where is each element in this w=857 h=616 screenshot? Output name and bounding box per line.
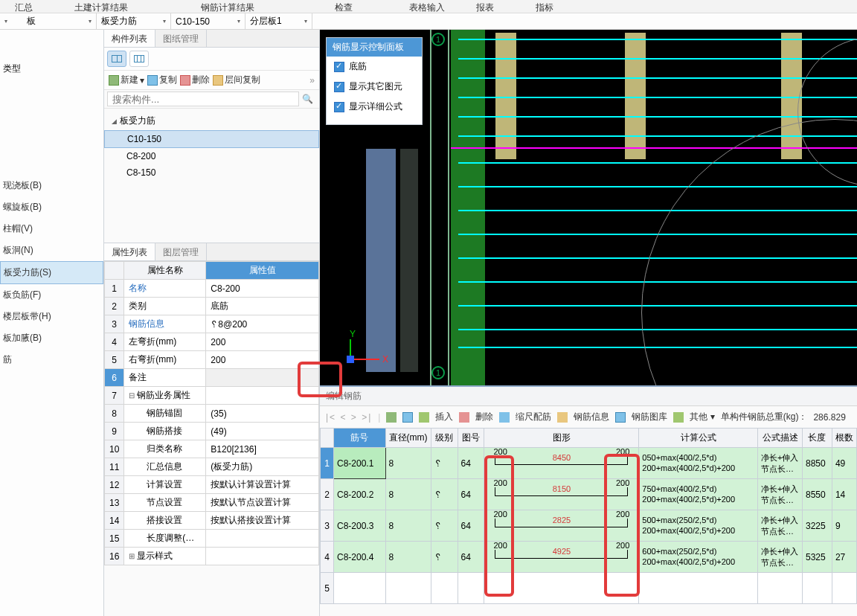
prop-row-12[interactable]: 12计算设置按默认计算设置计算 [105, 476, 319, 494]
left-nav-header: 类型 [0, 60, 103, 78]
prop-row-13[interactable]: 13节点设置按默认节点设置计算 [105, 494, 319, 512]
rebar-panel-title: 钢筋显示控制面板 [327, 38, 422, 57]
middle-column: 构件列表 图纸管理 新建 ▾ 复制 删除 层间复制 » 🔍 板受力筋 C10-1… [104, 30, 320, 616]
weight-label: 单构件钢筋总重(kg)： [721, 411, 808, 423]
edit-rebar-panel: 编辑钢筋 |< < > >| | 插入 删除 缩尺配筋 钢筋信息 钢筋图库 其他… [320, 385, 857, 616]
checkbox-icon [334, 82, 344, 92]
scale-button[interactable]: 缩尺配筋 [516, 411, 551, 423]
grid-row-4[interactable]: 4C8-200.48␦642004925200600+max(250/2,5*d… [321, 542, 857, 573]
grid-row-1[interactable]: 1C8-200.18␦642008450200050+max(400/2,5*d… [321, 448, 857, 479]
opt-show-other[interactable]: 显示其它图元 [327, 77, 422, 97]
tree-child-2[interactable]: C8-150 [104, 164, 319, 181]
floor-copy-button[interactable]: 层间复制 [213, 74, 260, 86]
prop-row-14[interactable]: 14搭接设置按默认搭接设置计算 [105, 512, 319, 530]
left-item-5[interactable]: 板负筋(F) [0, 284, 103, 306]
tab-layer-manage[interactable]: 图层管理 [155, 243, 207, 260]
view-mode-row [104, 48, 319, 71]
dd-slab[interactable]: 板▾ [22, 13, 97, 29]
prop-row-3[interactable]: 3钢筋信息␦8@200 [105, 315, 319, 333]
prop-row-5[interactable]: 5右弯折(mm)200 [105, 351, 319, 369]
tab-civil[interactable]: 土建计算结果 [60, 0, 186, 13]
grid-row-empty[interactable]: 5 [321, 573, 857, 604]
prop-row-1[interactable]: 1名称C8-200 [105, 280, 319, 298]
lib-icon [615, 412, 626, 423]
delete-button[interactable]: 删除 [180, 74, 210, 86]
tab-check[interactable]: 检查 [320, 0, 394, 13]
icon-b[interactable] [402, 412, 413, 423]
property-table[interactable]: 属性名称 属性值 1名称C8-2002类别底筋3钢筋信息␦8@2004左弯折(m… [104, 261, 319, 565]
new-button[interactable]: 新建 ▾ [109, 74, 144, 86]
grid-marker-top: 1 [431, 33, 445, 46]
prop-row-10[interactable]: 10归类名称B120[2136] [105, 440, 319, 458]
other-icon [673, 412, 684, 423]
tab-report[interactable]: 报表 [461, 0, 521, 13]
icon-a[interactable] [386, 412, 397, 423]
dd-spec[interactable]: C10-150▾ [171, 13, 245, 29]
opt-bottom-rebar[interactable]: 底筋 [327, 57, 422, 77]
dd-rebar-type[interactable]: 板受力筋▾ [97, 13, 171, 29]
component-toolbar: 新建 ▾ 复制 删除 层间复制 » [104, 71, 319, 90]
left-item-1[interactable]: 螺旋板(B) [0, 196, 103, 218]
left-item-3[interactable]: 板洞(N) [0, 240, 103, 261]
left-item-8[interactable]: 筋 [0, 349, 103, 370]
weight-value: 286.829 [813, 412, 845, 423]
rebar-display-panel[interactable]: 钢筋显示控制面板 底筋 显示其它图元 显示详细公式 [326, 37, 423, 125]
tree-child-0[interactable]: C10-150 [104, 130, 319, 148]
left-item-2[interactable]: 柱帽(V) [0, 218, 103, 240]
tab-rebar-result[interactable]: 钢筋计算结果 [186, 0, 320, 13]
prop-row-11[interactable]: 11汇总信息(板受力筋) [105, 458, 319, 476]
other-button[interactable]: 其他 ▾ [690, 411, 714, 423]
tab-table[interactable]: 表格输入 [394, 0, 461, 13]
search-input[interactable] [107, 92, 299, 106]
tab-index[interactable]: 指标 [521, 0, 573, 13]
left-nav: 类型 现浇板(B)螺旋板(B)柱帽(V)板洞(N)板受力筋(S)板负筋(F)楼层… [0, 30, 104, 616]
prop-row-9[interactable]: 9钢筋搭接(49) [105, 423, 319, 440]
rebar-grid[interactable]: 筋号 直径(mm) 级别 图号 图形 计算公式 公式描述 长度 根数 1C8-2… [320, 428, 857, 604]
search-row: 🔍 [104, 90, 319, 109]
component-tabs: 构件列表 图纸管理 [104, 30, 319, 48]
insert-icon [419, 412, 429, 423]
left-item-6[interactable]: 楼层板带(H) [0, 306, 103, 327]
floor-copy-icon [213, 75, 223, 86]
left-item-0[interactable]: 现浇板(B) [0, 175, 103, 196]
prop-row-2[interactable]: 2类别底筋 [105, 298, 319, 315]
right-column: Y X 1 1 钢筋显示控制面板 底筋 显示其它图元 显示详细公式 编辑钢筋 [320, 30, 857, 616]
property-panel: 属性列表 图层管理 属性名称 属性值 1名称C8-2002类别底筋3钢筋信息␦8… [104, 243, 319, 616]
grid-row-2[interactable]: 2C8-200.28␦642008150200750+max(400/2,5*d… [321, 479, 857, 510]
view-grid-icon[interactable] [129, 51, 149, 67]
rebar-lib-button[interactable]: 钢筋图库 [632, 411, 667, 423]
opt-show-formula[interactable]: 显示详细公式 [327, 97, 422, 117]
checkbox-icon [334, 62, 344, 72]
nav-buttons[interactable]: |< < > >| [326, 412, 372, 423]
copy-button[interactable]: 复制 [147, 74, 177, 86]
tab-summary[interactable]: 汇总 [0, 0, 60, 13]
prop-row-8[interactable]: 8钢筋锚固(35) [105, 405, 319, 423]
view-list-icon[interactable] [107, 51, 126, 67]
top-tabs: 汇总 土建计算结果 钢筋计算结果 检查 表格输入 报表 指标 [0, 0, 857, 13]
prop-row-15[interactable]: 15长度调整(… [105, 530, 319, 548]
tab-drawing-manage[interactable]: 图纸管理 [155, 30, 207, 47]
prop-row-16[interactable]: 16显示样式 [105, 548, 319, 565]
rebar-info-button[interactable]: 钢筋信息 [574, 411, 609, 423]
edit-rebar-title: 编辑钢筋 [320, 387, 857, 406]
search-icon[interactable]: 🔍 [302, 94, 313, 104]
prop-row-4[interactable]: 4左弯折(mm)200 [105, 333, 319, 351]
left-item-7[interactable]: 板加腋(B) [0, 327, 103, 349]
dd-triangle[interactable]: ▾ [0, 13, 22, 29]
axis-y-label: Y [350, 329, 356, 339]
left-item-4[interactable]: 板受力筋(S) [0, 261, 103, 284]
tab-property-list[interactable]: 属性列表 [104, 243, 155, 260]
checkbox-icon [334, 102, 344, 112]
axis-x-label: X [382, 354, 388, 365]
new-icon [109, 75, 119, 86]
grid-delete-button[interactable]: 删除 [475, 411, 493, 423]
drawing-canvas[interactable]: Y X 1 1 钢筋显示控制面板 底筋 显示其它图元 显示详细公式 [320, 30, 857, 385]
insert-button[interactable]: 插入 [435, 411, 453, 423]
prop-row-7[interactable]: 7钢筋业务属性 [105, 387, 319, 405]
grid-row-3[interactable]: 3C8-200.38␦642002825200500+max(250/2,5*d… [321, 510, 857, 542]
tree-parent[interactable]: 板受力筋 [104, 112, 319, 130]
tab-component-list[interactable]: 构件列表 [104, 30, 155, 47]
tree-child-1[interactable]: C8-200 [104, 148, 319, 164]
prop-row-6[interactable]: 6备注 [105, 369, 319, 387]
dd-layer[interactable]: 分层板1▾ [245, 13, 312, 29]
